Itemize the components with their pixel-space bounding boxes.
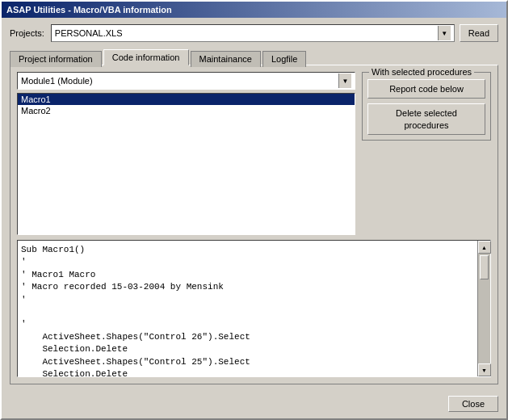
module-combo-arrow[interactable]: ▼ (338, 74, 351, 88)
macro2-label: Macro2 (21, 106, 51, 116)
tab-maintainance-label: Maintainance (199, 54, 252, 64)
scroll-track[interactable] (478, 254, 490, 363)
scroll-up-button[interactable]: ▲ (478, 241, 491, 254)
delete-button-label: Delete selectedprocedures (396, 108, 457, 129)
tab-content: Module1 (Module) ▼ Macro1 Macro2 W (10, 65, 498, 384)
tab-logfile[interactable]: Logfile (262, 51, 306, 67)
left-panel: Module1 (Module) ▼ Macro1 Macro2 (17, 72, 355, 235)
with-selected-group: With selected procedures Report code bel… (362, 72, 491, 141)
projects-combo-arrow[interactable]: ▼ (438, 26, 451, 40)
code-area-container: Sub Macro1() ' ' Macro1 Macro ' Macro re… (17, 240, 491, 377)
tab-code-information[interactable]: Code information (103, 49, 189, 65)
tab-inner: Module1 (Module) ▼ Macro1 Macro2 W (17, 72, 491, 235)
right-panel: With selected procedures Report code bel… (362, 72, 491, 235)
tab-logfile-label: Logfile (271, 54, 297, 64)
report-code-button[interactable]: Report code below (367, 79, 485, 99)
main-window: ASAP Utilities - Macro/VBA information P… (0, 0, 508, 420)
close-button[interactable]: Close (448, 396, 498, 412)
read-button[interactable]: Read (460, 24, 498, 42)
title-bar: ASAP Utilities - Macro/VBA information (2, 2, 506, 18)
projects-label: Projects: (10, 28, 44, 38)
code-display[interactable]: Sub Macro1() ' ' Macro1 Macro ' Macro re… (18, 241, 477, 376)
macro-item-macro2[interactable]: Macro2 (18, 105, 355, 116)
macro-item-macro1[interactable]: Macro1 (18, 94, 355, 105)
macro-list[interactable]: Macro1 Macro2 (17, 93, 355, 235)
window-body: Projects: PERSONAL.XLS ▼ Read Project in… (2, 18, 506, 391)
window-title: ASAP Utilities - Macro/VBA information (6, 5, 172, 15)
footer: Close (2, 391, 506, 418)
scroll-thumb[interactable] (480, 255, 489, 279)
tab-maintainance[interactable]: Maintainance (191, 51, 261, 67)
tabs-row: Project information Code information Mai… (10, 48, 498, 65)
scroll-down-button[interactable]: ▼ (478, 363, 491, 376)
tab-project-label: Project information (19, 54, 93, 64)
projects-value: PERSONAL.XLS (55, 28, 123, 38)
macro1-label: Macro1 (21, 94, 51, 104)
vertical-scrollbar[interactable]: ▲ ▼ (477, 241, 490, 376)
with-selected-label: With selected procedures (369, 67, 474, 77)
projects-row: Projects: PERSONAL.XLS ▼ Read (10, 24, 498, 42)
tab-code-label: Code information (112, 52, 180, 62)
tab-project-information[interactable]: Project information (10, 51, 102, 67)
projects-combo[interactable]: PERSONAL.XLS ▼ (51, 24, 455, 42)
delete-procedures-button[interactable]: Delete selectedprocedures (367, 103, 485, 135)
module-combo-value: Module1 (Module) (21, 76, 93, 86)
module-combo[interactable]: Module1 (Module) ▼ (17, 72, 355, 90)
